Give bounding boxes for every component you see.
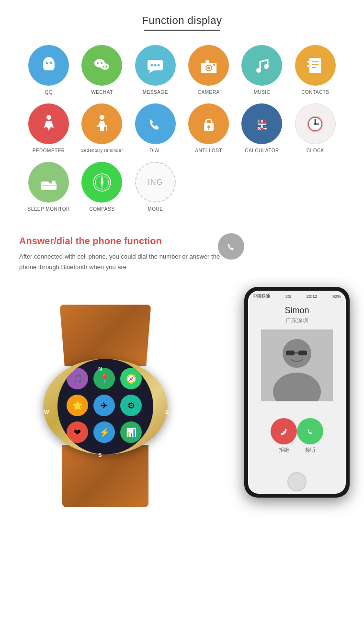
svg-point-23 xyxy=(213,64,215,66)
phone-dial-icon xyxy=(218,233,244,260)
list-item: Sedentary reminder xyxy=(77,103,126,153)
watch-app-3: 🧭 xyxy=(120,368,142,389)
watch-app-4: 🌟 xyxy=(67,395,88,416)
svg-rect-64 xyxy=(286,351,295,355)
list-item: PEDOMETER xyxy=(24,103,73,153)
contact-name: Simon xyxy=(284,306,309,316)
compass-n: N xyxy=(98,366,102,372)
svg-point-54 xyxy=(52,181,56,184)
more-icon-circle: ING xyxy=(135,162,176,203)
time-text: 20:12 xyxy=(307,294,318,299)
svg-text:+: + xyxy=(257,118,261,125)
music-icon-circle xyxy=(241,45,282,86)
smartwatch-image: 🎵 📍 🧭 🌟 ✈ ⚙ ❤ ⚡ 📊 N S E W xyxy=(14,306,216,507)
compass-icon-circle xyxy=(81,162,122,203)
svg-point-12 xyxy=(105,66,107,67)
svg-point-59 xyxy=(101,181,103,183)
svg-marker-17 xyxy=(148,70,154,73)
accept-label: 接听 xyxy=(305,446,316,454)
compass-label: COMPASS xyxy=(90,206,115,212)
qq-icon-circle xyxy=(28,45,69,86)
phone-screen: 中国联通 3G 20:12 92% Simon 广东深圳 xyxy=(248,291,346,494)
pedometer-label: PEDOMETER xyxy=(33,148,65,153)
phone-mockup: 中国联通 3G 20:12 92% Simon 广东深圳 xyxy=(244,287,350,498)
svg-rect-22 xyxy=(205,60,209,63)
accept-button[interactable] xyxy=(297,418,323,444)
watch-app-8: ⚡ xyxy=(93,421,115,443)
svg-point-21 xyxy=(207,67,210,69)
calculator-label: CALCULATOR xyxy=(245,148,279,153)
svg-rect-35 xyxy=(106,125,107,131)
phone-status-bar: 中国联通 3G 20:12 92% xyxy=(248,291,346,301)
carrier-text: 中国联通 xyxy=(253,293,270,299)
list-item: QQ xyxy=(24,45,73,95)
contacts-label: CONTACTS xyxy=(301,90,329,95)
phone-home-button[interactable] xyxy=(287,472,307,491)
svg-rect-34 xyxy=(97,125,107,127)
answer-section: Answer/dial the phone function After con… xyxy=(0,221,364,273)
message-icon-circle xyxy=(135,45,176,86)
list-item: ANTI-LOST xyxy=(184,103,233,153)
watch-app-6: ⚙ xyxy=(120,395,142,416)
battery-text: 92% xyxy=(332,294,341,299)
more-label: MORE xyxy=(148,206,163,212)
decline-label: 拒绝 xyxy=(279,446,289,454)
list-item: SLEEP MONITOR xyxy=(24,162,73,212)
sleep-icon-circle xyxy=(28,162,69,203)
watch-app-5: ✈ xyxy=(93,395,115,416)
pedometer-icon-circle xyxy=(28,103,69,144)
svg-text:−: − xyxy=(263,117,267,125)
svg-point-37 xyxy=(207,125,210,128)
watch-case: 🎵 📍 🧭 🌟 ✈ ⚙ ❤ ⚡ 📊 xyxy=(43,359,168,454)
watch-app-grid: 🎵 📍 🧭 🌟 ✈ ⚙ ❤ ⚡ 📊 xyxy=(62,363,149,450)
svg-rect-30 xyxy=(307,61,309,63)
watch-app-2: 📍 xyxy=(93,368,115,389)
accept-wrap: 接听 xyxy=(297,418,323,454)
wechat-icon-circle xyxy=(81,45,122,86)
sleep-label: SLEEP MONITOR xyxy=(27,206,69,212)
calculator-icon-circle: + − × ÷ xyxy=(241,103,282,144)
watch-app-1: 🎵 xyxy=(67,368,88,389)
more-text: ING xyxy=(148,178,163,187)
list-item: + − × ÷ CALCULATOR xyxy=(237,103,286,153)
svg-point-51 xyxy=(314,123,316,125)
list-item: MUSIC xyxy=(237,45,286,95)
svg-text:×: × xyxy=(257,125,261,132)
svg-point-15 xyxy=(154,64,157,66)
section-title: Function display xyxy=(19,14,345,27)
sedentary-icon-circle xyxy=(81,103,122,144)
answer-title: Answer/dial the phone function xyxy=(19,236,345,247)
contact-location: 广东深圳 xyxy=(285,317,308,325)
svg-point-1 xyxy=(43,63,49,70)
svg-point-16 xyxy=(158,64,160,66)
watch-band-top xyxy=(60,305,151,366)
svg-rect-31 xyxy=(307,65,309,67)
list-item: CAMERA xyxy=(184,45,233,95)
compass-s: S xyxy=(98,452,102,458)
title-underline xyxy=(144,30,220,31)
list-item: DIAL xyxy=(131,103,180,153)
compass-w: W xyxy=(44,409,49,415)
antilost-label: ANTI-LOST xyxy=(195,148,222,153)
svg-text:÷: ÷ xyxy=(263,125,267,132)
camera-label: CAMERA xyxy=(198,90,220,95)
svg-point-9 xyxy=(101,62,102,64)
contacts-icon-circle xyxy=(295,45,336,86)
svg-point-24 xyxy=(256,68,261,73)
decline-wrap: 拒绝 xyxy=(271,418,297,454)
list-item: COMPASS xyxy=(77,162,126,212)
decline-button[interactable] xyxy=(271,418,297,444)
list-item: CLOCK xyxy=(291,103,340,153)
svg-rect-26 xyxy=(309,58,321,73)
svg-point-33 xyxy=(100,115,104,120)
wechat-label: WECHAT xyxy=(91,90,113,95)
svg-point-25 xyxy=(264,64,269,69)
svg-point-32 xyxy=(46,115,51,120)
svg-point-5 xyxy=(46,62,47,63)
dial-icon-circle xyxy=(135,103,176,144)
watch-app-7: ❤ xyxy=(67,421,88,443)
product-area: 🎵 📍 🧭 🌟 ✈ ⚙ ❤ ⚡ 📊 N S E W 中国联通 xyxy=(0,277,364,526)
list-item: MESSAGE xyxy=(131,45,180,95)
phone-action-bar: 拒绝 接听 xyxy=(261,411,333,463)
dial-label: DIAL xyxy=(149,148,161,153)
